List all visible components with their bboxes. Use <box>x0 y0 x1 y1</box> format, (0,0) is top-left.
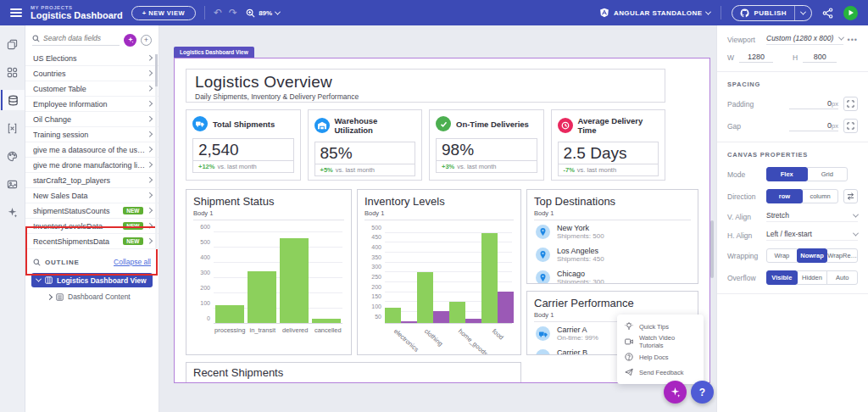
y-tick-label: 600 <box>192 223 210 229</box>
valign-select[interactable]: Stretch <box>766 211 858 222</box>
list-item[interactable]: shipmentStatusCountsNEW <box>25 203 159 219</box>
direction-option-row[interactable]: row <box>766 189 803 203</box>
view-icon <box>45 276 53 284</box>
search-input[interactable] <box>43 34 104 42</box>
sidebar-item-components[interactable] <box>1 62 25 82</box>
kpi-card-total-shipments[interactable]: Total Shipments 2,540 +12%vs. last month <box>186 109 301 181</box>
sidebar-item-pages[interactable] <box>1 34 25 54</box>
mode-option-grid[interactable]: Grid <box>807 167 849 181</box>
mode-option-flex[interactable]: Flex <box>766 167 808 181</box>
overflow-option-visible[interactable]: Visible <box>766 270 798 285</box>
chevron-right-icon <box>147 70 152 75</box>
share-icon[interactable] <box>822 8 833 19</box>
list-item[interactable]: RecentShipmentsDataNEW <box>25 234 159 249</box>
height-input[interactable]: 800 <box>803 53 837 63</box>
list-item[interactable]: Employee Information <box>25 97 159 112</box>
run-preview-button[interactable] <box>843 6 858 20</box>
ai-assistant-fab[interactable] <box>664 381 687 404</box>
y-tick-label: 500 <box>192 238 210 244</box>
sidebar-item-data[interactable] <box>1 90 25 110</box>
list-item[interactable]: give me drone manufactoring list of … <box>25 158 159 173</box>
list-item[interactable]: Training session <box>25 127 159 142</box>
sidebar-item-variables[interactable] <box>1 118 25 138</box>
outline-root-node[interactable]: Logistics Dashboard View <box>31 273 153 287</box>
recent-shipments-panel[interactable]: Recent Shipments <box>186 362 521 383</box>
new-view-button[interactable]: + NEW VIEW <box>131 6 196 20</box>
scrollbar[interactable] <box>155 54 158 249</box>
dashboard-header-card[interactable]: Logistics Overview Daily Shipments, Inve… <box>186 69 665 103</box>
divider <box>204 6 205 19</box>
padding-input[interactable]: 0px <box>789 99 838 109</box>
bar <box>312 319 341 323</box>
divider <box>717 293 868 294</box>
warehouse-icon <box>314 118 330 133</box>
add-datasource-button[interactable]: + <box>141 35 152 46</box>
chevron-down-icon <box>853 230 859 236</box>
properties-panel: Viewport Custom (1280 x 800) ••• W 1280 … <box>716 25 868 412</box>
divider <box>717 142 868 142</box>
menu-item-quick-tips[interactable]: Quick Tips <box>617 319 704 334</box>
list-item[interactable]: give me a datasource of the us stocks <box>25 142 159 158</box>
canvas-view-tab[interactable]: Logistics Dashboard View <box>174 47 254 58</box>
kpi-card-warehouse-utilization[interactable]: Warehouse Utilization 85% +5%vs. last mo… <box>308 109 423 181</box>
undo-icon[interactable]: ↶ <box>214 7 222 19</box>
more-options-icon[interactable]: ••• <box>848 36 858 44</box>
inventory-levels-chart[interactable]: Inventory Levels Body 1 5010015020025030… <box>357 189 521 355</box>
x-category-label: electronics <box>385 324 415 354</box>
list-item[interactable]: starCraft2_top_players <box>25 173 159 188</box>
width-input[interactable]: 1280 <box>739 53 773 63</box>
sidebar-item-assets[interactable] <box>1 174 25 194</box>
help-fab[interactable]: ? <box>691 381 714 404</box>
list-item[interactable]: Countries <box>25 66 159 81</box>
publish-button[interactable]: PUBLISH <box>732 8 794 18</box>
sidebar-item-ai-assistant[interactable] <box>1 202 25 222</box>
kpi-card-average-delivery-time[interactable]: Average Delivery Time 2.5 Days -7%vs. la… <box>551 109 666 181</box>
angular-logo-icon <box>599 8 609 18</box>
redo-icon[interactable]: ↷ <box>229 7 237 19</box>
kpi-card-on-time-deliveries[interactable]: On-Time Deliveries 98% +3%vs. last month <box>429 109 544 181</box>
chevron-right-icon <box>147 55 152 60</box>
top-destinations-panel[interactable]: Top Destinations Body 1 New YorkShipment… <box>526 189 698 284</box>
overflow-option-auto[interactable]: Auto <box>826 270 858 285</box>
scrollbar[interactable] <box>710 220 714 278</box>
list-item[interactable]: New Sales Data <box>25 188 159 203</box>
x-category-label: cancelled <box>312 324 345 334</box>
menu-item-help-docs[interactable]: Help Docs <box>617 349 704 365</box>
viewport-select[interactable]: Custom (1280 x 800) <box>766 34 843 45</box>
project-breadcrumb: MY PROJECTS Logistics Dashboard <box>31 5 123 21</box>
send-icon <box>625 368 633 376</box>
publish-dropdown-button[interactable] <box>794 6 811 20</box>
y-tick-label: 100 <box>363 303 381 309</box>
menu-item-watch-video-tutorials[interactable]: Watch Video Tutorials <box>617 334 704 349</box>
kpi-value: 98% <box>437 139 537 160</box>
sidebar-item-theme[interactable] <box>1 146 25 166</box>
y-tick-label: 500 <box>363 224 381 230</box>
expand-sides-button[interactable] <box>843 119 858 133</box>
expand-sides-button[interactable] <box>843 97 858 111</box>
outline-child-node[interactable]: Dashboard Content <box>25 289 159 301</box>
kpi-row: Total Shipments 2,540 +12%vs. last month… <box>186 109 665 181</box>
wrapping-option-nowrap[interactable]: Nowrap <box>797 248 828 263</box>
collapse-all-link[interactable]: Collapse all <box>114 258 151 266</box>
mode-segmented-control: Flex Grid <box>766 167 848 181</box>
ai-generate-button[interactable] <box>124 34 136 47</box>
list-item[interactable]: Customer Table <box>25 81 159 97</box>
swap-direction-button[interactable] <box>843 189 858 203</box>
menu-icon[interactable] <box>10 8 22 17</box>
wrapping-option-wrapreverse[interactable]: WrapRe… <box>826 248 858 263</box>
gap-input[interactable]: 0px <box>789 121 838 131</box>
shipment-status-chart[interactable]: Shipment Status Body 1 01002003004005006… <box>186 189 352 355</box>
zoom-control[interactable]: 89% <box>246 8 280 18</box>
chevron-down-icon <box>800 8 806 14</box>
halign-select[interactable]: Left / flex-start <box>766 230 858 241</box>
list-item[interactable]: Oil Change <box>25 112 159 127</box>
list-item[interactable]: US Elections <box>25 51 159 66</box>
framework-selector[interactable]: ANGULAR STANDALONE <box>599 8 710 18</box>
overflow-option-hidden[interactable]: Hidden <box>797 270 828 285</box>
clock-icon <box>558 118 573 133</box>
list-item[interactable]: InventoryLevelsDataNEW <box>25 219 159 234</box>
menu-item-send-feedback[interactable]: Send Feedback <box>617 365 704 380</box>
wrapping-option-wrap[interactable]: Wrap <box>766 248 798 263</box>
chevron-right-icon <box>147 131 152 136</box>
direction-option-column[interactable]: column <box>802 189 838 203</box>
